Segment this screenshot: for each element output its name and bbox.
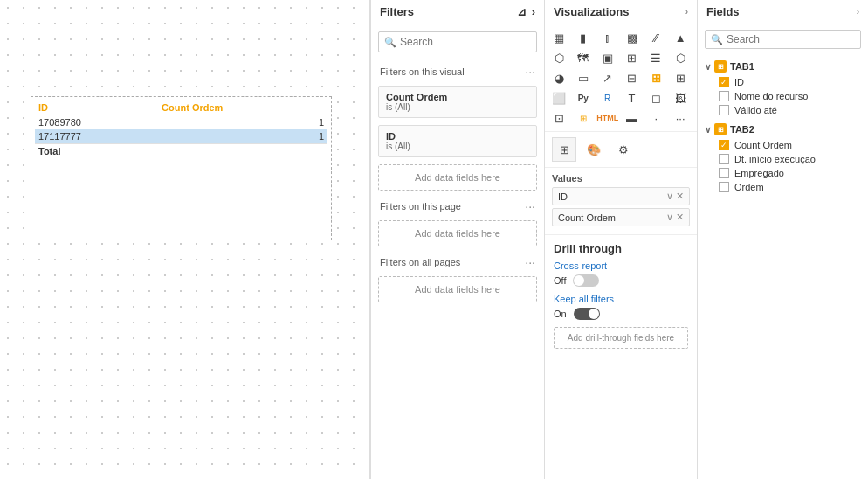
canvas-area: ⊿ ⊞ ··· ID Count Ordem 17089780 1 (0, 0, 370, 479)
viz-header: Visualizations › (545, 0, 697, 24)
viz-kpi[interactable]: ↗ (597, 68, 618, 87)
viz-matrix[interactable]: ⊞ (670, 68, 691, 87)
field-item-count-ordem[interactable]: ✓ Count Ordem (698, 138, 868, 152)
field-checkbox-count[interactable]: ✓ (719, 140, 729, 150)
filter-card-count-ordem[interactable]: Count Ordem is (All) (378, 86, 537, 118)
fields-search-box[interactable]: 🔍 (705, 30, 861, 49)
field-checkbox-id[interactable]: ✓ (719, 77, 729, 87)
toggle-off-label: Off (554, 275, 566, 286)
viz-html[interactable]: HTML (597, 108, 618, 128)
row-count: 1 (158, 115, 327, 130)
viz-py-script[interactable]: Py (573, 88, 594, 108)
field-item-empregado[interactable]: Empregado (698, 166, 868, 180)
field-item-nome[interactable]: Nome do recurso (698, 89, 868, 103)
remove-field-icon[interactable]: ✕ (676, 191, 684, 202)
on-all-label: Filters on all pages ··· (371, 250, 544, 273)
viz-treemap[interactable]: ⬜ (548, 88, 569, 108)
filters-search-box[interactable]: 🔍 (378, 31, 537, 52)
chevron-down-icon[interactable]: ∨ (666, 212, 673, 223)
viz-table[interactable]: ⊞ (645, 68, 666, 87)
field-item-ordem[interactable]: Ordem (698, 180, 868, 194)
field-checkbox-empregado[interactable] (719, 168, 729, 178)
viz-scatter[interactable]: ⬡ (548, 48, 569, 67)
drill-through-title: Drill through (554, 242, 688, 255)
viz-more-dots[interactable]: ··· (670, 108, 691, 128)
keep-filters-toggle[interactable] (574, 308, 600, 320)
viz-text-box[interactable]: T (622, 88, 643, 108)
field-checkbox-valido[interactable] (719, 105, 729, 115)
row-id: 17117777 (35, 129, 158, 144)
toggle-knob (574, 275, 584, 286)
viz-slicer[interactable]: ⊟ (622, 68, 643, 87)
row-id: 17089780 (35, 115, 158, 130)
viz-combo[interactable]: ⊞ (622, 48, 643, 67)
viz-waterfall[interactable]: ☰ (645, 48, 666, 67)
viz-shape[interactable]: ◻ (645, 88, 666, 108)
field-label-dt: Dt. início execução (734, 154, 816, 164)
add-data-all[interactable]: Add data fields here (378, 276, 537, 302)
add-data-page[interactable]: Add data fields here (378, 220, 537, 246)
viz-field-id[interactable]: ID ∨ ✕ (552, 187, 690, 205)
field-checkbox-dt[interactable] (719, 154, 729, 164)
viz-more1[interactable]: ⊡ (548, 108, 569, 128)
filter-card-id[interactable]: ID is (All) (378, 125, 537, 157)
search-icon: 🔍 (711, 34, 723, 45)
table-group-tab2-header[interactable]: ∨ ⊞ TAB2 (698, 121, 868, 138)
viz-format-icon[interactable]: 🎨 (582, 137, 606, 162)
chevron-right-icon[interactable]: › (685, 7, 688, 17)
viz-map[interactable]: 🗺 (573, 48, 594, 67)
table-row[interactable]: 17089780 1 (35, 115, 327, 130)
table-name-tab1: TAB1 (730, 61, 754, 72)
viz-card[interactable]: ▭ (573, 68, 594, 87)
total-label: Total (35, 144, 327, 159)
filter-card-sub: is (All) (386, 102, 529, 112)
viz-gauge[interactable]: ◕ (548, 68, 569, 87)
field-item-id[interactable]: ✓ ID (698, 75, 868, 89)
fields-search-input[interactable] (727, 33, 855, 45)
more-options-icon[interactable]: ··· (525, 255, 535, 269)
viz-100pct-bar[interactable]: ▩ (622, 28, 643, 47)
viz-filled-map[interactable]: ▣ (597, 48, 618, 67)
viz-image[interactable]: 🖼 (670, 88, 691, 108)
more-options-icon[interactable]: ··· (525, 65, 535, 79)
chevron-down-icon[interactable]: ∨ (666, 191, 673, 202)
viz-bar2[interactable]: ▬ (622, 108, 643, 128)
viz-powerbi[interactable]: ⊞ (573, 108, 594, 128)
viz-dot[interactable]: · (645, 108, 666, 128)
add-data-visual[interactable]: Add data fields here (378, 164, 537, 191)
field-label-ordem: Ordem (734, 182, 764, 192)
viz-analytics-icon[interactable]: ⚙ (611, 137, 636, 162)
visual-container: ID Count Ordem 17089780 1 17117777 1 (31, 96, 332, 240)
field-item-dt-inicio[interactable]: Dt. início execução (698, 152, 868, 166)
field-item-valido[interactable]: Válido até (698, 103, 868, 117)
more-options-icon[interactable]: ··· (525, 199, 535, 213)
table-row[interactable]: 17117777 1 (35, 129, 327, 144)
col-header-count: Count Ordem (158, 101, 327, 115)
table-icon-tab2: ⊞ (714, 123, 727, 135)
cross-report-toggle-row: Off (554, 274, 688, 287)
viz-field-count-ordem[interactable]: Count Ordem ∨ ✕ (552, 208, 690, 226)
chevron-right-icon[interactable]: › (532, 5, 535, 18)
viz-clustered-bar[interactable]: ⫿ (597, 28, 618, 47)
on-page-label: Filters on this page ··· (371, 194, 544, 217)
viz-build-icon[interactable]: ⊞ (552, 137, 576, 162)
visualizations-panel: Visualizations › ▦ ▮ ⫿ ▩ ⁄⁄ ▲ ⬡ 🗺 ▣ ⊞ ☰ … (545, 0, 698, 479)
viz-line-chart[interactable]: ⁄⁄ (645, 28, 666, 47)
fields-panel: Fields › 🔍 ∨ ⊞ TAB1 ✓ ID Nome do recurso (698, 0, 868, 479)
field-checkbox-ordem[interactable] (719, 182, 729, 192)
col-header-id: ID (35, 101, 158, 115)
add-drill-box[interactable]: Add drill-through fields here (554, 327, 688, 349)
viz-bar-chart[interactable]: ▮ (573, 28, 594, 47)
viz-r-script[interactable]: R (597, 88, 618, 108)
viz-stacked-bar[interactable]: ▦ (548, 28, 569, 47)
field-checkbox-nome[interactable] (719, 91, 729, 101)
remove-field-icon[interactable]: ✕ (676, 212, 684, 223)
filters-search-input[interactable] (400, 36, 531, 48)
filter-icon[interactable]: ⊿ (517, 5, 527, 18)
viz-funnel[interactable]: ⬡ (670, 48, 691, 67)
chevron-right-icon[interactable]: › (857, 7, 859, 17)
chevron-down-icon: ∨ (705, 125, 711, 135)
table-group-tab1-header[interactable]: ∨ ⊞ TAB1 (698, 58, 868, 75)
cross-report-toggle[interactable] (573, 274, 599, 287)
viz-area-chart[interactable]: ▲ (670, 28, 691, 47)
